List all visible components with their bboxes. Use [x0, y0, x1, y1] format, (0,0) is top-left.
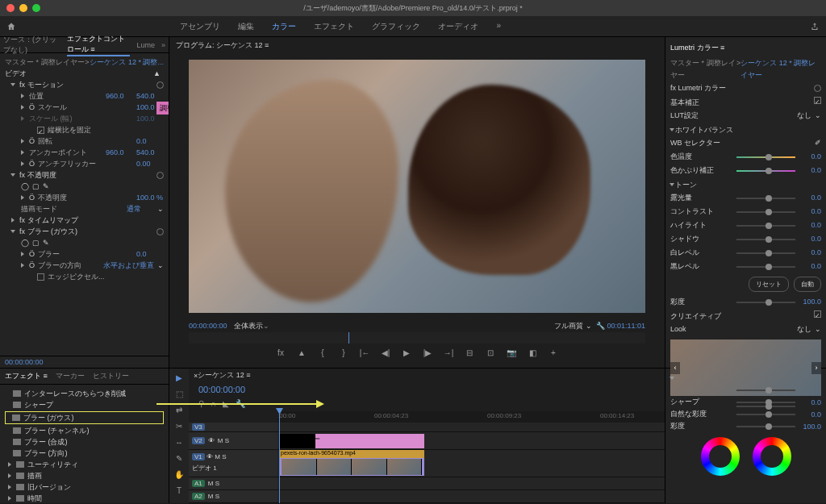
vibrance-slider[interactable] — [736, 414, 796, 415]
tint-val[interactable]: 0.0 — [802, 165, 821, 177]
reset-button[interactable]: リセット — [749, 277, 789, 292]
step-back-icon[interactable]: ◀| — [379, 348, 392, 360]
maximize-window[interactable] — [32, 4, 40, 12]
tab-more[interactable]: » — [161, 41, 165, 49]
wh-slider[interactable] — [736, 252, 796, 254]
sat-slider[interactable] — [736, 302, 796, 303]
ec-timecode[interactable]: 00:00:00:00 — [0, 356, 169, 368]
mask-rect-icon[interactable]: ▢ — [32, 181, 40, 192]
settings-icon[interactable]: + — [547, 348, 560, 360]
effect-folder[interactable]: 旧バージョン — [5, 481, 164, 493]
tab-effects[interactable]: エフェクト ≡ — [5, 371, 48, 381]
reset-icon[interactable] — [156, 228, 164, 235]
play-icon[interactable]: ▶ — [400, 348, 413, 360]
mask-ellipse-icon[interactable]: ◯ — [21, 237, 29, 248]
track-v3[interactable]: V3 — [192, 423, 205, 431]
reset-icon[interactable] — [156, 81, 164, 89]
shadow-wheel[interactable] — [701, 437, 740, 476]
ripple-tool-icon[interactable]: ⇄ — [173, 406, 185, 417]
wb-section[interactable]: ホワイトバランス — [675, 126, 733, 134]
sh-val[interactable]: 0.0 — [802, 233, 821, 245]
program-quality[interactable]: フル画質 — [554, 322, 583, 330]
track-v2[interactable]: V2 — [192, 437, 205, 444]
program-tc-left[interactable]: 00:00:00:00 — [189, 322, 227, 330]
highlight-wheel[interactable] — [753, 437, 791, 476]
ec-position-x[interactable]: 960.0 — [106, 90, 133, 102]
lum-basic[interactable]: 基本補正 — [670, 97, 699, 109]
program-monitor[interactable] — [169, 53, 665, 319]
ec-motion[interactable]: fx モーション — [19, 79, 153, 90]
workspace-audio[interactable]: オーディオ — [438, 21, 478, 32]
tab-markers[interactable]: マーカー — [56, 371, 85, 381]
workspace-more[interactable]: » — [496, 21, 501, 32]
lift-icon[interactable]: ⊟ — [463, 348, 476, 360]
fx-badge-icon[interactable]: fx — [274, 348, 287, 360]
timeline-title[interactable]: シーケンス 12 ≡ — [198, 370, 250, 381]
mask-ellipse-icon[interactable]: ◯ — [21, 181, 29, 192]
ec-blur-val[interactable]: 0.0 — [136, 248, 164, 260]
workspace-edit[interactable]: 編集 — [238, 21, 254, 32]
timeline-timecode[interactable]: 00:00:00:00 — [198, 385, 245, 394]
type-tool-icon[interactable]: T — [173, 486, 185, 498]
export-frame-icon[interactable]: 📷 — [505, 348, 518, 360]
add-marker-icon[interactable]: ▲ — [295, 348, 308, 360]
ec-opacity-section[interactable]: fx 不透明度 — [19, 169, 153, 181]
effect-item[interactable]: ブラー (方向) — [5, 448, 164, 459]
lut-val[interactable]: なし — [797, 110, 811, 122]
bl-val[interactable]: 0.0 — [802, 260, 821, 273]
basic-toggle[interactable] — [814, 97, 821, 104]
creative-toggle[interactable] — [814, 310, 821, 318]
track-a2-content[interactable] — [277, 490, 665, 502]
eyedropper-icon[interactable]: ✐ — [815, 137, 821, 149]
effect-item[interactable]: ブラー (チャンネル) — [5, 425, 164, 436]
look-preview[interactable] — [670, 339, 821, 396]
hl-slider[interactable] — [736, 225, 796, 227]
track-a1-content[interactable] — [277, 477, 665, 489]
ec-position-y[interactable]: 540.0 — [136, 90, 164, 102]
mark-out-icon[interactable]: } — [337, 348, 350, 360]
effect-folder[interactable]: 時間 — [5, 493, 164, 504]
tab-lume[interactable]: Lume — [136, 41, 155, 49]
effect-folder[interactable]: 描画 — [5, 470, 164, 481]
step-fwd-icon[interactable]: |▶ — [421, 348, 434, 360]
program-tc-right[interactable]: 00:01:11:01 — [607, 322, 645, 330]
minimize-window[interactable] — [19, 4, 27, 12]
vibrance-val[interactable]: 0.0 — [802, 410, 821, 419]
exp-slider[interactable] — [736, 198, 796, 199]
temp-slider[interactable] — [736, 156, 796, 158]
temp-val[interactable]: 0.0 — [802, 151, 821, 163]
lumetri-title[interactable]: Lumetri カラー ≡ — [670, 42, 724, 54]
timeline-ruler[interactable]: :00:00 00:00:04:23 00:00:09:23 00:00:14:… — [277, 411, 665, 423]
tint-slider[interactable] — [736, 170, 796, 172]
bl-slider[interactable] — [736, 266, 796, 268]
mask-pen-icon[interactable]: ✎ — [43, 237, 49, 248]
go-out-icon[interactable]: →| — [442, 348, 455, 360]
effect-item[interactable]: シャープ — [5, 399, 164, 410]
reset-icon[interactable] — [156, 172, 164, 179]
effect-item-highlighted[interactable]: ブラー (ガウス) — [5, 411, 164, 424]
ec-anchor-y[interactable]: 540.0 — [136, 147, 164, 158]
ec-blur-section[interactable]: fx ブラー (ガウス) — [19, 226, 153, 237]
lum-seq-link[interactable]: シーケンス 12 * 調整レイヤー — [740, 57, 821, 81]
ec-anchor-x[interactable]: 960.0 — [106, 147, 133, 158]
ec-antiflicker-val[interactable]: 0.00 — [136, 158, 164, 169]
workspace-effects[interactable]: エフェクト — [314, 21, 354, 32]
home-icon[interactable] — [6, 22, 16, 31]
mark-in-icon[interactable]: { — [316, 348, 329, 360]
workspace-graphics[interactable]: グラフィック — [372, 21, 420, 32]
auto-button[interactable]: 自動 — [794, 277, 821, 292]
track-v1-content[interactable]: pexels-ron-lach-9654073.mp4 — [277, 450, 665, 477]
razor-tool-icon[interactable]: ✂ — [173, 422, 185, 433]
track-a2[interactable]: A2 — [192, 493, 205, 500]
effect-item[interactable]: インターレースのちらつき削減 — [5, 388, 164, 399]
track-v3-content[interactable] — [277, 423, 665, 431]
ec-timeremap[interactable]: fx タイムリマップ — [19, 215, 164, 226]
effect-folder[interactable]: ユーティリティ — [5, 459, 164, 470]
track-a1[interactable]: A1 — [192, 480, 205, 487]
ec-opacity-val[interactable]: 100.0 % — [136, 192, 164, 203]
tab-history[interactable]: ヒストリー — [93, 371, 129, 381]
cont-slider[interactable] — [736, 211, 796, 213]
wh-val[interactable]: 0.0 — [802, 247, 821, 259]
share-icon[interactable] — [810, 22, 820, 31]
ec-sequence-link[interactable]: シーケンス 12 * 調整... — [90, 56, 164, 68]
